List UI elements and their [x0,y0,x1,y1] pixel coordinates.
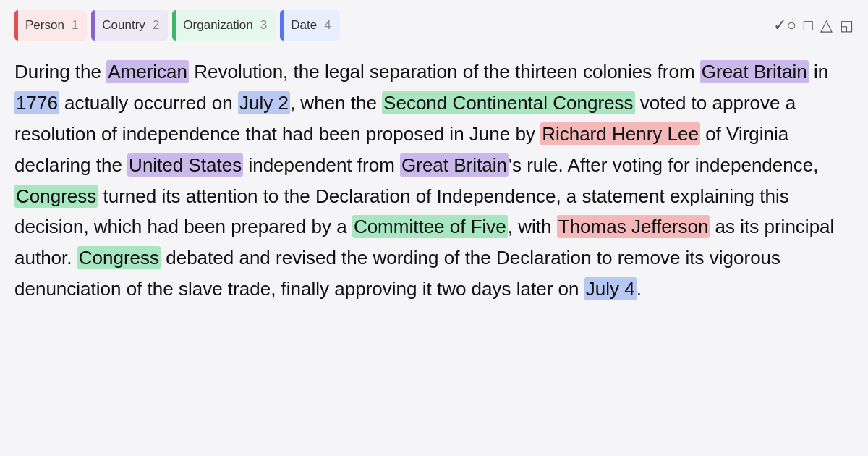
text-intro: During the [14,61,106,83]
org-label: Organization [176,18,260,33]
legend-date[interactable]: Date 4 [280,10,339,41]
square-icon[interactable]: □ [804,16,813,35]
toolbar-icons: ✓○ □ △ ◱ [773,16,854,35]
entity-committee-of-five[interactable]: Committee of Five [352,215,508,238]
text-p4: , when the [290,92,382,114]
text-p2: in [809,61,828,83]
entity-thomas-jefferson[interactable]: Thomas Jefferson [557,215,710,238]
text-p7: independent from [243,154,400,176]
entity-great-britain-1[interactable]: Great Britain [700,60,809,83]
person-label: Person [18,18,72,33]
legend-person[interactable]: Person 1 [14,10,87,41]
entity-congress-2[interactable]: Congress [77,246,161,269]
cube-icon[interactable]: ◱ [840,17,854,34]
entity-american[interactable]: American [106,60,189,83]
text-p13: . [637,278,642,300]
entity-1776[interactable]: 1776 [14,91,59,114]
org-num: 3 [260,18,276,33]
triangle-icon[interactable]: △ [820,16,833,35]
country-label: Country [95,18,153,33]
entity-congress-1[interactable]: Congress [14,185,98,208]
country-num: 2 [153,18,168,33]
main-text-block: During the American Revolution, the lega… [14,56,854,305]
entity-richard-henry-lee[interactable]: Richard Henry Lee [540,122,700,145]
entity-july4[interactable]: July 4 [584,277,637,300]
legend-organization[interactable]: Organization 3 [172,10,276,41]
text-p8: 's rule. After voting for independence, [509,154,818,176]
date-num: 4 [324,18,339,33]
entity-second-continental-congress[interactable]: Second Continental Congress [382,91,634,114]
text-p1: Revolution, the legal separation of the … [189,61,700,83]
checkmark-circle-icon[interactable]: ✓○ [773,16,796,35]
person-num: 1 [72,18,87,33]
legend-bar: Person 1 Country 2 Organization 3 Date 4… [14,10,854,41]
date-label: Date [284,18,324,33]
entity-united-states[interactable]: United States [127,153,243,177]
legend-country[interactable]: Country 2 [91,10,168,41]
text-p3: actually occurred on [59,92,238,114]
text-p10: , with [508,216,557,237]
entity-great-britain-2[interactable]: Great Britain [400,153,509,177]
entity-july2[interactable]: July 2 [238,91,290,114]
